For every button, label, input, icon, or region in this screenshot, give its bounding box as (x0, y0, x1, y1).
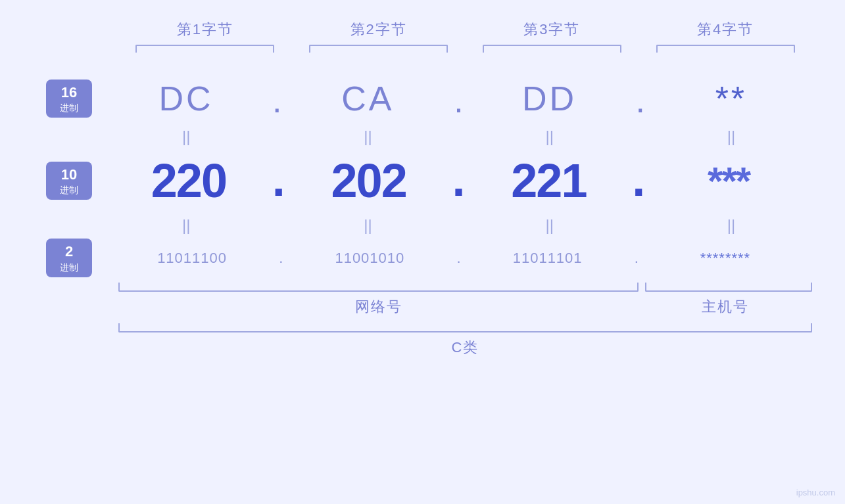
hex-value-1: DC (105, 79, 267, 118)
equals-row-1: || || || || (33, 125, 812, 148)
dec-badge-num: 10 (54, 166, 84, 185)
hex-badge: 16 进制 (46, 80, 92, 118)
hex-row: 16 进制 DC . CA . DD . ** (33, 72, 812, 125)
equals-1-3: || (469, 127, 631, 146)
byte-label-3: 第3字节 (466, 20, 639, 39)
bottom-brackets-container (33, 283, 812, 292)
equals-2-3: || (469, 216, 631, 235)
equals-1-4: || (650, 127, 812, 146)
bracket-top-line-4 (656, 45, 795, 53)
dec-content: 220 . 202 . 221 . *** (105, 152, 812, 210)
top-bracket-2 (292, 45, 466, 53)
top-bracket-3 (466, 45, 639, 53)
network-label: 网络号 (118, 297, 639, 317)
hex-dot-1: . (267, 81, 287, 120)
hex-dot-2: . (449, 81, 469, 120)
host-bracket (645, 283, 812, 292)
hex-value-4: ** (650, 79, 812, 118)
equals-content-1: || || || || (105, 127, 812, 146)
bin-badge-num: 2 (54, 242, 84, 262)
dec-row: 10 进制 220 . 202 . 221 . *** (33, 148, 812, 214)
hex-badge-unit: 进制 (54, 102, 84, 114)
dec-dot-3: . (632, 152, 645, 210)
bracket-top-line-3 (483, 45, 621, 53)
bracket-top-line-2 (309, 45, 448, 53)
bracket-spacer (639, 283, 645, 292)
equals-2-4: || (650, 216, 812, 235)
bin-content: 11011100 . 11001010 . 11011101 . *******… (105, 250, 812, 267)
dec-value-3: 221 (466, 154, 633, 208)
bin-badge-unit: 进制 (54, 262, 84, 273)
top-bracket-1 (118, 45, 292, 53)
byte-label-4: 第4字节 (639, 20, 812, 39)
bin-value-4: ******** (639, 250, 812, 267)
top-brackets-row (33, 45, 812, 53)
hex-content: DC . CA . DD . ** (105, 78, 812, 120)
class-label: C类 (33, 338, 812, 357)
dec-badge: 10 进制 (46, 162, 92, 200)
hex-badge-num: 16 (54, 83, 84, 103)
bin-row: 2 进制 11011100 . 11001010 . 11011101 . **… (33, 237, 812, 279)
equals-1-1: || (105, 127, 267, 146)
host-label: 主机号 (639, 297, 812, 317)
watermark: ipshu.com (796, 488, 835, 497)
hex-value-3: DD (469, 79, 631, 118)
equals-content-2: || || || || (105, 216, 812, 235)
dec-value-2: 202 (285, 154, 452, 208)
top-bracket-4 (639, 45, 812, 53)
hex-dot-3: . (631, 81, 650, 120)
main-container: 第1字节 第2字节 第3字节 第4字节 16 进制 DC . CA (0, 0, 845, 504)
bin-value-3: 11011101 (461, 250, 635, 267)
bracket-top-line-1 (135, 45, 274, 53)
byte-labels-row: 第1字节 第2字节 第3字节 第4字节 (33, 20, 812, 39)
hex-value-2: CA (287, 79, 448, 118)
equals-2-1: || (105, 216, 267, 235)
bin-badge: 2 进制 (46, 239, 92, 277)
byte-label-2: 第2字节 (292, 20, 466, 39)
equals-row-2: || || || || (33, 214, 812, 237)
dec-dot-1: . (272, 152, 285, 210)
dec-value-1: 220 (105, 154, 272, 208)
dec-dot-2: . (452, 152, 465, 210)
dec-value-4: *** (645, 158, 812, 204)
class-bracket-container (33, 323, 812, 332)
hex-label: 16 进制 (33, 80, 105, 118)
equals-1-2: || (287, 127, 448, 146)
dec-badge-unit: 进制 (54, 184, 84, 196)
bin-value-1: 11011100 (105, 250, 279, 267)
network-bracket (118, 283, 639, 292)
bin-label: 2 进制 (33, 239, 105, 277)
byte-label-1: 第1字节 (118, 20, 292, 39)
dec-label: 10 进制 (33, 162, 105, 200)
network-host-labels: 网络号 主机号 (33, 297, 812, 317)
class-bracket (118, 323, 812, 332)
bin-value-2: 11001010 (283, 250, 456, 267)
equals-2-2: || (287, 216, 448, 235)
